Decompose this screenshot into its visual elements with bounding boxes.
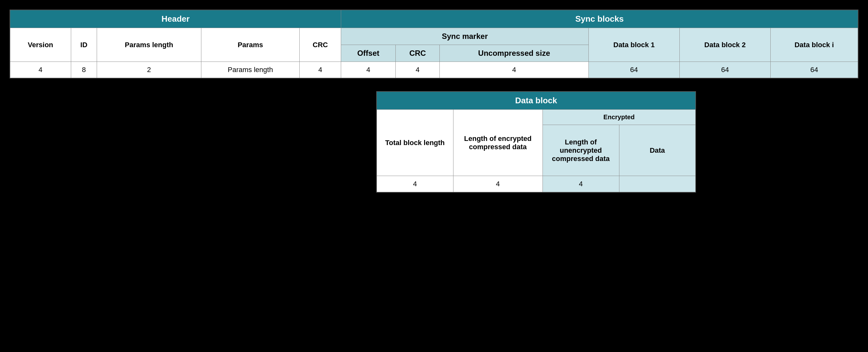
col-crc: CRC	[300, 28, 341, 62]
main-container: Header Sync blocks Version ID Params len…	[9, 9, 859, 192]
col-data-block-1: Data block 1	[588, 28, 679, 62]
col-data-block-2: Data block 2	[679, 28, 770, 62]
col-length-unencrypted: Length of unencrypted compressed data	[542, 125, 619, 176]
col-sync-crc: CRC	[396, 45, 440, 62]
col-offset: Offset	[341, 45, 396, 62]
val-total-block: 4	[377, 176, 453, 192]
col-data: Data	[619, 125, 696, 176]
sync-marker-label: Sync marker	[341, 28, 589, 45]
val-db2: 64	[679, 62, 770, 78]
val-data	[619, 176, 696, 192]
val-sync-crc: 4	[396, 62, 440, 78]
bottom-table: Data block Total block length Length of …	[376, 91, 696, 192]
col-params-length: Params length	[97, 28, 202, 62]
val-offset: 4	[341, 62, 396, 78]
col-params: Params	[201, 28, 299, 62]
col-id: ID	[71, 28, 97, 62]
col-version: Version	[10, 28, 71, 62]
val-params-length: 2	[97, 62, 202, 78]
val-version: 4	[10, 62, 71, 78]
top-table: Header Sync blocks Version ID Params len…	[9, 9, 859, 78]
col-data-block-i: Data block i	[770, 28, 858, 62]
sync-section-label: Sync blocks	[341, 10, 858, 28]
col-total-block-length: Total block length	[377, 110, 453, 176]
header-section-label: Header	[10, 10, 341, 28]
val-crc: 4	[300, 62, 341, 78]
data-block-title: Data block	[377, 92, 696, 110]
val-length-enc: 4	[453, 176, 542, 192]
val-id: 8	[71, 62, 97, 78]
encrypted-label: Encrypted	[542, 110, 696, 125]
val-db1: 64	[588, 62, 679, 78]
bottom-wrapper: Data block Total block length Length of …	[214, 91, 859, 192]
col-length-encrypted: Length of encrypted compressed data	[453, 110, 542, 176]
val-uncompressed: 4	[440, 62, 588, 78]
val-length-unenc: 4	[542, 176, 619, 192]
col-uncompressed-size: Uncompressed size	[440, 45, 588, 62]
val-params: Params length	[201, 62, 299, 78]
val-dbi: 64	[770, 62, 858, 78]
